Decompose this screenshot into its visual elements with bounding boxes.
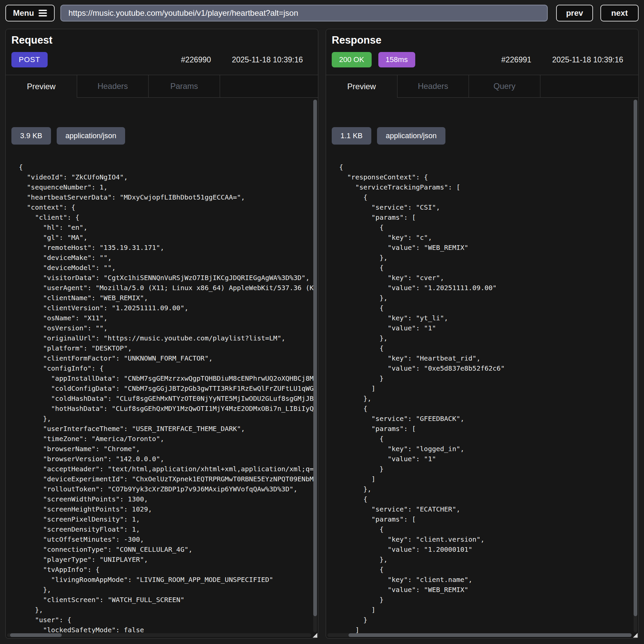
response-size-badge: 1.1 KB	[332, 127, 371, 145]
response-vertical-scrollbar[interactable]	[634, 100, 637, 632]
response-panel: Response 200 OK 158ms #226991 2025-11-18…	[326, 29, 639, 639]
request-horizontal-scrollbar-thumb[interactable]	[10, 633, 62, 637]
request-meta-row: POST #226990 2025-11-18 10:39:16	[11, 52, 303, 67]
response-tabs-filler	[540, 75, 638, 98]
request-content-type-badge: application/json	[57, 127, 125, 145]
next-button[interactable]: next	[600, 5, 639, 21]
menu-button[interactable]: Menu	[5, 5, 55, 21]
url-input[interactable]: https://music.youtube.com/youtubei/v1/pl…	[60, 5, 548, 21]
request-tabs: Preview Headers Params	[6, 75, 318, 98]
request-horizontal-scrollbar[interactable]	[7, 633, 311, 637]
request-id: #226990	[181, 55, 211, 64]
toolbar: Menu https://music.youtube.com/youtubei/…	[5, 5, 639, 21]
request-title: Request	[11, 34, 303, 47]
prev-button[interactable]: prev	[556, 5, 593, 21]
request-timestamp: 2025-11-18 10:39:16	[232, 55, 303, 64]
response-meta-row: 200 OK 158ms #226991 2025-11-18 10:39:16	[332, 52, 623, 67]
response-title: Response	[332, 34, 623, 47]
request-tab-headers[interactable]: Headers	[77, 75, 149, 98]
request-header: Request POST #226990 2025-11-18 10:39:16	[6, 29, 318, 67]
response-horizontal-scrollbar[interactable]	[327, 633, 632, 637]
hamburger-icon	[39, 10, 47, 16]
request-vertical-scrollbar-thumb[interactable]	[313, 100, 317, 616]
response-timestamp: 2025-11-18 10:39:16	[552, 55, 623, 64]
request-body: 3.9 KB application/json { "videoId": "Zk…	[6, 98, 318, 638]
response-resize-grip-icon[interactable]	[633, 633, 638, 638]
response-body: 1.1 KB application/json { "responseConte…	[326, 98, 638, 638]
response-tab-query[interactable]: Query	[469, 75, 540, 98]
response-tab-preview[interactable]: Preview	[326, 75, 397, 98]
menu-button-label: Menu	[13, 8, 34, 18]
response-duration-badge: 158ms	[378, 52, 415, 67]
response-vertical-scrollbar-thumb[interactable]	[634, 100, 637, 616]
request-panel: Request POST #226990 2025-11-18 10:39:16…	[5, 29, 318, 639]
response-size-row: 1.1 KB application/json	[332, 127, 638, 145]
response-content-type-badge: application/json	[377, 127, 445, 145]
response-id: #226991	[501, 55, 532, 64]
response-json-preview: { "responseContext": { "serviceTrackingP…	[339, 162, 634, 635]
url-text: https://music.youtube.com/youtubei/v1/pl…	[68, 8, 298, 18]
request-json-preview: { "videoId": "ZkCUfoNgIO4", "sequenceNum…	[19, 162, 314, 635]
response-header: Response 200 OK 158ms #226991 2025-11-18…	[326, 29, 638, 67]
response-status-badge: 200 OK	[332, 52, 372, 67]
request-tab-params[interactable]: Params	[149, 75, 220, 98]
request-vertical-scrollbar[interactable]	[313, 100, 317, 632]
response-tab-headers[interactable]: Headers	[397, 75, 469, 98]
request-size-row: 3.9 KB application/json	[11, 127, 318, 145]
request-resize-grip-icon[interactable]	[313, 633, 317, 638]
request-size-badge: 3.9 KB	[11, 127, 51, 145]
response-horizontal-scrollbar-thumb[interactable]	[348, 633, 632, 637]
response-tabs: Preview Headers Query	[326, 75, 638, 98]
request-method-badge: POST	[11, 52, 48, 67]
request-tab-preview[interactable]: Preview	[6, 75, 77, 98]
request-tabs-filler	[220, 75, 318, 98]
